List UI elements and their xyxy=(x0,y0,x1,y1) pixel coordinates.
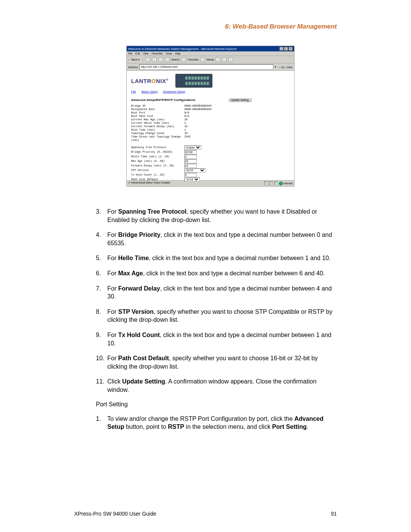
form-input[interactable] xyxy=(185,155,197,159)
info-row: Current Max Age (sec)20 xyxy=(131,118,290,121)
print-icon[interactable] xyxy=(228,57,233,62)
info-value: 15 xyxy=(185,125,188,128)
menu-edit[interactable]: Edit xyxy=(135,52,140,55)
step-number: 5. xyxy=(96,254,107,262)
nav-advanced-setup[interactable]: Advanced Setup xyxy=(163,90,185,93)
form-label: Hello Time (sec) (1..10) xyxy=(131,155,185,158)
nav-basic-setup[interactable]: Basic Setup xyxy=(142,90,158,93)
form-row: Spanning Tree ProtocolEnable xyxy=(131,145,290,150)
info-label: Topology Change Count xyxy=(131,132,185,135)
menu-help[interactable]: Help xyxy=(175,52,180,55)
embedded-screenshot: Welcome to Ethernet Networks Switch Mana… xyxy=(126,46,295,187)
menu-file[interactable]: File xyxy=(128,52,132,55)
address-bar: Address http://192.168.1.10/frames.html … xyxy=(127,64,294,71)
page-footer: XPress-Pro SW 94000 User Guide 91 xyxy=(74,511,337,517)
menu-tools[interactable]: Tools xyxy=(166,52,172,55)
step-number: 7. xyxy=(96,284,107,301)
instruction-list-2: 1.To view and/or change the RSTP Port Co… xyxy=(84,415,337,431)
info-value: 8000:00E0B3005684 xyxy=(185,104,212,108)
form-input[interactable] xyxy=(185,173,197,177)
instruction-step: 9.For Tx Hold Count, click in the text b… xyxy=(96,331,337,347)
instruction-step: 4.For Bridge Priority, click in the text… xyxy=(96,231,337,247)
step-number: 4. xyxy=(96,231,107,247)
form-row: Hello Time (sec) (1..10) xyxy=(131,154,290,159)
window-titlebar: Welcome to Ethernet Networks Switch Mana… xyxy=(127,46,294,51)
back-button[interactable]: ← Back ▾ xyxy=(128,58,140,61)
favorites-icon[interactable] xyxy=(181,57,186,62)
form-row: Max Age (sec) (6..40) xyxy=(131,159,290,163)
status-text: ✔ Hierarchical Menu Trees Created xyxy=(128,181,170,185)
links-label: Links xyxy=(286,66,292,69)
step-number: 9. xyxy=(96,331,107,347)
form-row: STP VersionRSTP xyxy=(131,168,290,173)
instruction-step: 6.For Max Age, click in the text box and… xyxy=(96,269,337,278)
forward-button[interactable]: → xyxy=(141,58,144,61)
url-field[interactable]: http://192.168.1.10/frames.html xyxy=(139,64,273,70)
info-row: Current Hello Time (sec)2 xyxy=(131,121,290,125)
info-label: Hold Time (sec) xyxy=(131,128,185,132)
info-row: Designated Root8000:00E0B3005684 xyxy=(131,108,290,111)
maximize-button[interactable]: □ xyxy=(284,47,288,51)
mail-icon[interactable] xyxy=(222,57,227,62)
status-seg xyxy=(274,181,278,185)
document-page: 6: Web-Based Browser Management Welcome … xyxy=(0,0,411,532)
minimize-button[interactable]: _ xyxy=(279,47,284,51)
info-row: Root PortN/A xyxy=(131,111,290,115)
form-input[interactable] xyxy=(185,164,197,168)
form-label: STP Version xyxy=(131,169,185,172)
step-text: For Forward Delay, click in the text box… xyxy=(107,284,337,301)
globe-icon xyxy=(279,182,283,185)
step-number: 8. xyxy=(96,308,107,324)
info-value: 2 xyxy=(185,121,186,125)
search-icon[interactable] xyxy=(165,57,170,62)
window-title: Welcome to Ethernet Networks Switch Mana… xyxy=(128,47,237,51)
form-label: Spanning Tree Protocol xyxy=(131,146,185,149)
form-input[interactable] xyxy=(185,150,197,154)
page-header: 6: Web-Based Browser Management xyxy=(84,23,337,30)
step-number: 1. xyxy=(96,415,107,431)
info-label: Current Hello Time (sec) xyxy=(131,121,185,125)
home-icon[interactable] xyxy=(158,57,163,62)
instruction-step: 3.For Spanning Tree Protocol, specify wh… xyxy=(96,208,337,224)
info-label: Time Since Last Topology Change (sec) xyxy=(131,135,185,142)
form-row: Path Cost Default32-bit xyxy=(131,177,290,182)
info-table: Bridge ID8000:00E0B3005684Designated Roo… xyxy=(131,104,290,142)
go-button[interactable]: → Go xyxy=(278,66,285,69)
status-seg xyxy=(264,181,268,185)
history-icon[interactable] xyxy=(215,57,220,62)
toolbar: ← Back ▾ → Search Favorites Media xyxy=(127,56,294,64)
step-number: 10. xyxy=(96,354,107,371)
lantronix-logo: LANTRONIX® xyxy=(131,78,169,84)
nav-file[interactable]: File xyxy=(131,90,136,93)
content-title: Advanced Setup/RSTP/RSTP Configurations xyxy=(131,98,196,102)
stop-icon[interactable] xyxy=(145,57,150,62)
media-icon[interactable] xyxy=(200,57,205,62)
form-input[interactable] xyxy=(185,159,197,163)
config-form: Spanning Tree ProtocolEnableBridge Prior… xyxy=(131,145,290,182)
form-label: Tx Hold Count (1..10) xyxy=(131,173,185,177)
info-value: 2942 xyxy=(185,135,191,142)
form-select[interactable]: Enable xyxy=(185,145,201,150)
form-select[interactable]: 32-bit xyxy=(185,177,200,182)
internet-zone: Internet xyxy=(279,182,293,185)
form-label: Bridge Priority (0..65535) xyxy=(131,150,185,154)
info-row: Time Since Last Topology Change (sec)294… xyxy=(131,135,290,142)
instruction-step: 7.For Forward Delay, click in the text b… xyxy=(96,284,337,301)
instruction-step: 8.For STP Version, specify whether you w… xyxy=(96,308,337,324)
step-text: For Max Age, click in the text box and t… xyxy=(107,269,325,278)
refresh-icon[interactable] xyxy=(152,57,157,62)
update-setting-button[interactable]: Update Setting xyxy=(228,98,251,102)
step-text: To view and/or change the RSTP Port Conf… xyxy=(107,415,337,431)
step-text: For Tx Hold Count, click in the text box… xyxy=(107,331,337,347)
menu-bar: File Edit View Favorites Tools Help xyxy=(127,51,294,56)
close-button[interactable]: × xyxy=(288,47,293,51)
form-select[interactable]: RSTP xyxy=(185,168,206,173)
port-setting-heading: Port Setting xyxy=(96,401,337,408)
menu-view[interactable]: View xyxy=(143,52,149,55)
menu-favorites[interactable]: Favorites xyxy=(152,52,163,55)
info-row: Root Path CostN/A xyxy=(131,115,290,118)
nav-links: File Basic Setup Advanced Setup xyxy=(127,89,294,96)
info-row: Current Forward Delay (sec)15 xyxy=(131,125,290,128)
info-label: Root Path Cost xyxy=(131,115,185,118)
dropdown-icon[interactable]: ▾ xyxy=(275,66,276,69)
